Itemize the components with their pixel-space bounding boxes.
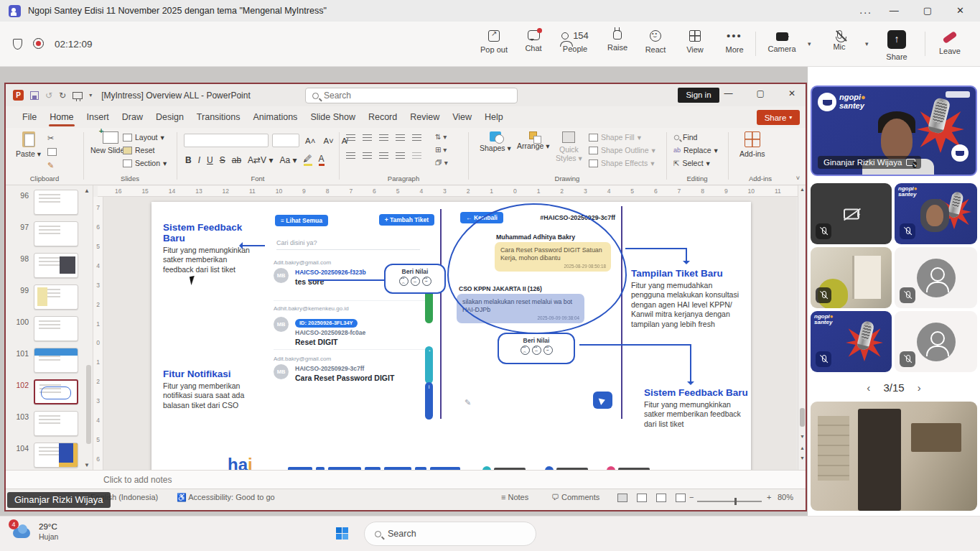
notes-toggle[interactable]: ≡ Notes bbox=[501, 493, 528, 501]
mic-button[interactable]: Mic bbox=[820, 30, 859, 51]
ppt-tab-draw[interactable]: Draw bbox=[116, 108, 149, 128]
zoom-slider[interactable] bbox=[697, 501, 762, 502]
speaker-video-tile[interactable]: ngopi●santey Ginanjar Rizki Wijaya bbox=[811, 85, 977, 176]
close-button[interactable]: ✕ bbox=[956, 5, 964, 16]
happy-face-icon[interactable] bbox=[422, 277, 431, 286]
slide-preview[interactable] bbox=[34, 284, 78, 310]
participant-tile-brand[interactable]: ngopi●santey bbox=[811, 311, 892, 372]
notes-pane[interactable]: Click to add notes bbox=[6, 470, 806, 489]
next-page-arrow[interactable]: › bbox=[918, 381, 921, 394]
ppt-close-button[interactable]: ✕ bbox=[788, 88, 795, 98]
scroll-down-arrow[interactable]: ▼ bbox=[798, 434, 806, 439]
react-button[interactable]: React bbox=[636, 30, 675, 54]
participant-tile-avatar[interactable] bbox=[895, 311, 977, 372]
undo-icon[interactable]: ↺ bbox=[45, 91, 52, 101]
collapse-ribbon-caret[interactable]: ˅ bbox=[796, 175, 800, 182]
ppt-tab-view[interactable]: View bbox=[446, 108, 478, 128]
neutral-face-icon[interactable] bbox=[532, 346, 541, 355]
ppt-restore-button[interactable]: ▢ bbox=[757, 88, 765, 98]
popout-button[interactable]: Pop out bbox=[475, 30, 513, 54]
slide-thumbnail-100[interactable]: 100 bbox=[6, 316, 93, 341]
camera-dropdown-caret[interactable]: ▾ bbox=[808, 40, 811, 47]
sign-in-button[interactable]: Sign in bbox=[678, 88, 719, 103]
slide-thumbnail-99[interactable]: 99 bbox=[6, 284, 93, 310]
lihat-semua-button[interactable]: ≡ Lihat Semua bbox=[275, 215, 328, 226]
ppt-tab-animations[interactable]: Animations bbox=[247, 108, 304, 128]
camera-button[interactable]: Camera bbox=[762, 30, 801, 53]
zoom-out-button[interactable]: − bbox=[689, 493, 694, 501]
ticket-search-input[interactable]: Cari disini ya? bbox=[276, 239, 420, 250]
slideshow-icon[interactable] bbox=[73, 92, 83, 99]
accessibility-status[interactable]: ♿ Accessibility: Good to go bbox=[177, 493, 275, 502]
share-button[interactable]: ↑ Share bbox=[877, 30, 916, 61]
scroll-up-arrow[interactable]: ▲ bbox=[798, 187, 806, 192]
sad-face-icon[interactable] bbox=[399, 277, 409, 286]
comments-toggle[interactable]: 🗩 Comments bbox=[551, 493, 599, 501]
view-button[interactable]: View bbox=[676, 30, 714, 54]
slide-preview[interactable] bbox=[34, 316, 78, 341]
slide-preview[interactable] bbox=[34, 443, 78, 468]
leave-button[interactable]: Leave bbox=[930, 30, 969, 55]
ppt-tab-home[interactable]: Home bbox=[43, 108, 80, 128]
ppt-tab-help[interactable]: Help bbox=[478, 108, 510, 128]
ticket-row[interactable]: Adhit.bakry@kemenkeu.go.id MB ID: 202509… bbox=[274, 305, 429, 350]
sad-face-icon[interactable] bbox=[521, 346, 530, 355]
slide-thumbnail-104[interactable]: 104 bbox=[6, 443, 93, 468]
participant-tile-speaker2[interactable]: ngopi●santey bbox=[895, 183, 977, 244]
participant-tile-room[interactable] bbox=[811, 247, 892, 308]
mic-dropdown-caret[interactable]: ▾ bbox=[865, 40, 869, 47]
normal-view-button[interactable] bbox=[617, 494, 627, 502]
zoom-in-button[interactable]: + bbox=[767, 493, 771, 501]
ppt-tab-slide-show[interactable]: Slide Show bbox=[304, 108, 362, 128]
qat-customize-caret[interactable]: ▾ bbox=[89, 92, 92, 98]
titlebar-menu-dots[interactable]: ... bbox=[859, 4, 872, 16]
previous-page-arrow[interactable]: ‹ bbox=[867, 381, 870, 394]
ppt-minimize-button[interactable]: — bbox=[724, 88, 733, 98]
next-slide-button[interactable]: ▼ bbox=[798, 455, 806, 460]
slide-thumbnail-96[interactable]: 96 bbox=[6, 190, 93, 215]
slide-preview[interactable] bbox=[34, 221, 78, 246]
slide-preview[interactable] bbox=[34, 190, 78, 215]
happy-face-icon[interactable] bbox=[543, 346, 553, 355]
ticket-row[interactable]: Adit.bakry@gmail.com MB HAICSO-20250929-… bbox=[274, 356, 429, 397]
raise-hand-button[interactable]: Raise bbox=[598, 30, 637, 52]
redo-icon[interactable]: ↻ bbox=[59, 91, 66, 101]
canvas-scrollbar[interactable]: ▲ ▼ ▲ ▼ bbox=[798, 185, 806, 470]
ppt-tab-transitions[interactable]: Transitions bbox=[190, 108, 247, 128]
participant-tile-avatar[interactable] bbox=[895, 247, 977, 308]
slide-preview[interactable] bbox=[34, 411, 78, 436]
ppt-tab-review[interactable]: Review bbox=[403, 108, 446, 128]
start-button[interactable] bbox=[336, 527, 348, 540]
slide-102[interactable]: Sistem Feedback Baru Fitur yang memungki… bbox=[151, 202, 751, 470]
ppt-tab-record[interactable]: Record bbox=[362, 108, 403, 128]
slide-sorter-view-button[interactable] bbox=[637, 494, 647, 502]
slide-thumbnail-98[interactable]: 98 bbox=[6, 253, 93, 278]
ppt-search-box[interactable]: Search bbox=[305, 88, 518, 103]
slide-preview[interactable] bbox=[34, 379, 78, 404]
slide-preview[interactable] bbox=[34, 253, 78, 278]
save-icon[interactable] bbox=[30, 91, 39, 100]
ppt-tab-insert[interactable]: Insert bbox=[80, 108, 116, 128]
slideshow-view-button[interactable] bbox=[676, 494, 686, 502]
ppt-share-button[interactable]: Share▾ bbox=[757, 110, 800, 125]
slide-preview[interactable] bbox=[34, 348, 78, 373]
reading-view-button[interactable] bbox=[656, 494, 666, 502]
participant-tile-room-large[interactable] bbox=[811, 402, 977, 511]
ppt-tab-file[interactable]: File bbox=[16, 108, 43, 128]
tambah-tiket-button[interactable]: + Tambah Tiket bbox=[379, 214, 434, 226]
participant-tile-camera-off[interactable] bbox=[811, 183, 892, 244]
slide-thumbnail-102[interactable]: 102 bbox=[6, 379, 93, 404]
people-button[interactable]: 154 People bbox=[551, 30, 599, 53]
minimize-button[interactable]: — bbox=[890, 5, 899, 16]
slide-thumbnail-97[interactable]: 97 bbox=[6, 221, 93, 246]
neutral-face-icon[interactable] bbox=[411, 277, 420, 286]
slide-thumbnail-103[interactable]: 103 bbox=[6, 411, 93, 436]
slide-thumbnail-101[interactable]: 101 bbox=[6, 348, 93, 373]
previous-slide-button[interactable]: ▲ bbox=[798, 445, 806, 450]
send-button[interactable] bbox=[593, 392, 612, 409]
more-button[interactable]: ••• More bbox=[715, 30, 754, 54]
maximize-button[interactable]: ▢ bbox=[923, 5, 932, 16]
ppt-tab-design[interactable]: Design bbox=[149, 108, 190, 128]
zoom-level[interactable]: 80% bbox=[778, 493, 793, 501]
weather-widget[interactable]: 4 29°CHujan bbox=[11, 522, 58, 542]
